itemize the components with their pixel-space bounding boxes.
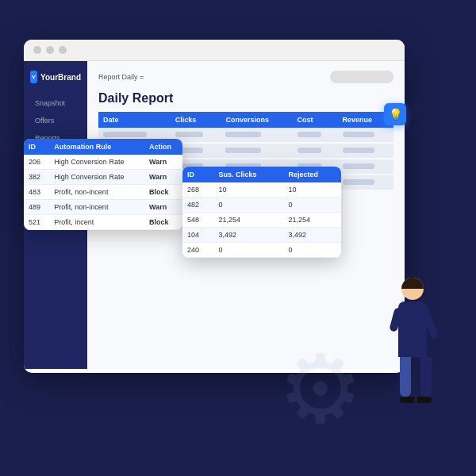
auto-cell-rule: Profit, non-incent [49, 185, 144, 200]
sus-cell-id: 268 [182, 182, 214, 198]
automation-table-row: 489Profit, non-incentWarn [24, 200, 182, 215]
person-leg-left [400, 357, 411, 397]
dot-2 [46, 46, 54, 54]
auto-col-rule: Automation Rule [49, 139, 144, 155]
person-arm-right [420, 307, 439, 340]
auto-col-action: Action [144, 139, 182, 155]
auto-cell-rule: Profit, non-incent [49, 200, 144, 215]
sidebar-item-snapshot[interactable]: Snapshot [30, 96, 81, 110]
sus-cell-rejected: 21,254 [283, 213, 341, 228]
brand-row: Y YourBrand [30, 71, 81, 83]
person-arm-left [389, 307, 402, 332]
lightbulb-badge: 💡 [384, 103, 406, 125]
sus-cell-clicks: 0 [214, 243, 284, 258]
sus-table-row: 2681010 [182, 182, 341, 198]
sus-table-row: 54821,25421,254 [182, 213, 341, 228]
sus-cell-clicks: 21,254 [214, 213, 284, 228]
automation-table-row: 521Profit, incentBlock [24, 215, 182, 230]
auto-cell-id: 521 [24, 215, 49, 230]
auto-cell-action: Block [144, 215, 182, 230]
person-legs [400, 357, 425, 403]
sus-cell-rejected: 0 [283, 198, 341, 213]
dot-3 [59, 46, 67, 54]
col-cost: Cost [293, 112, 338, 128]
automation-overlay: ID Automation Rule Action 206High Conver… [24, 139, 182, 230]
auto-cell-id: 483 [24, 185, 49, 200]
auto-cell-action: Warn [144, 155, 182, 170]
auto-col-id: ID [24, 139, 49, 155]
dot-1 [33, 46, 41, 54]
person-hair [401, 278, 424, 289]
sus-cell-id: 548 [182, 213, 214, 228]
brand-name: YourBrand [40, 73, 81, 82]
browser-titlebar [24, 40, 405, 61]
sus-table: ID Sus. Clicks Rejected 2681010482005482… [182, 167, 341, 258]
top-bar: Report Daily = [98, 71, 393, 83]
auto-cell-rule: Profit, incent [49, 215, 144, 230]
sus-cell-clicks: 0 [214, 198, 284, 213]
sus-table-row: 1043,4923,492 [182, 228, 341, 243]
sus-table-row: 48200 [182, 198, 341, 213]
sidebar-item-offers[interactable]: Offers [30, 113, 81, 128]
page-title: Daily Report [98, 91, 393, 106]
report-label: Report Daily = [98, 73, 144, 81]
auto-cell-id: 206 [24, 155, 49, 170]
sus-table-row: 24000 [182, 243, 341, 258]
person-head [401, 278, 424, 300]
automation-table-row: 483Profit, non-incentBlock [24, 185, 182, 200]
search-bar[interactable] [330, 71, 393, 83]
auto-cell-id: 489 [24, 200, 49, 215]
auto-cell-id: 382 [24, 170, 49, 185]
automation-table: ID Automation Rule Action 206High Conver… [24, 139, 182, 230]
sus-col-clicks: Sus. Clicks [214, 167, 284, 182]
sus-col-rejected: Rejected [283, 167, 341, 182]
auto-cell-rule: High Conversion Rate [49, 155, 144, 170]
sus-cell-rejected: 0 [283, 243, 341, 258]
col-conversions: Conversions [221, 112, 292, 128]
sus-cell-clicks: 10 [214, 182, 284, 198]
person-body [398, 301, 427, 357]
person-foot-right [417, 397, 432, 403]
auto-cell-action: Warn [144, 170, 182, 185]
sus-overlay: ID Sus. Clicks Rejected 2681010482005482… [182, 167, 341, 258]
auto-cell-action: Block [144, 185, 182, 200]
sus-cell-rejected: 3,492 [283, 228, 341, 243]
person-foot-left [400, 397, 414, 403]
gear-icon: ⚙ [278, 341, 373, 436]
auto-cell-rule: High Conversion Rate [49, 170, 144, 185]
brand-icon: Y [30, 71, 37, 83]
automation-table-row: 206High Conversion RateWarn [24, 155, 182, 170]
sus-cell-id: 104 [182, 228, 214, 243]
sus-cell-id: 482 [182, 198, 214, 213]
sus-cell-clicks: 3,492 [214, 228, 284, 243]
col-date: Date [98, 112, 171, 128]
person-leg-right [420, 357, 432, 397]
sus-cell-rejected: 10 [283, 182, 341, 198]
sus-col-id: ID [182, 167, 214, 182]
col-clicks: Clicks [171, 112, 221, 128]
person-illustration [381, 278, 444, 436]
sus-cell-id: 240 [182, 243, 214, 258]
auto-cell-action: Warn [144, 200, 182, 215]
scene: Y YourBrand Snapshot Offers Reports Affi… [16, 24, 460, 452]
automation-table-row: 382High Conversion RateWarn [24, 170, 182, 185]
